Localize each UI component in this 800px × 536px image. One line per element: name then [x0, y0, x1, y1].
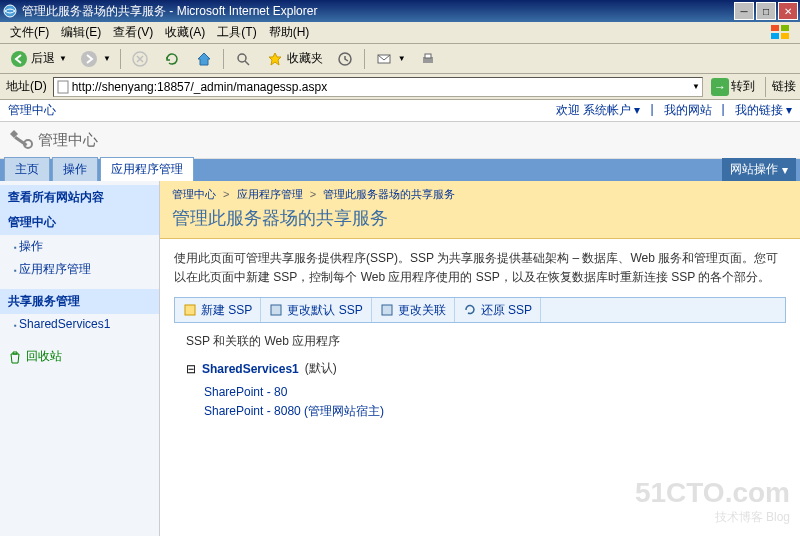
breadcrumb-link[interactable]: 管理中心 [172, 188, 216, 200]
nav-ssp1[interactable]: SharedServices1 [0, 314, 159, 334]
chevron-down-icon[interactable]: ▼ [692, 82, 700, 91]
forward-button[interactable]: ▼ [74, 46, 116, 72]
welcome-menu[interactable]: 欢迎 系统帐户 ▾ [556, 102, 641, 119]
refresh-button[interactable] [157, 46, 187, 72]
back-button[interactable]: 后退 ▼ [4, 46, 72, 72]
favorites-button[interactable]: 收藏夹 [260, 46, 328, 72]
ssp-name[interactable]: SharedServices1 [202, 362, 299, 376]
go-button[interactable]: → 转到 [707, 76, 759, 98]
svg-rect-16 [185, 305, 195, 315]
svg-point-8 [238, 54, 246, 62]
home-icon [194, 49, 214, 69]
go-arrow-icon: → [711, 78, 729, 96]
watermark: 51CTO.com 技术博客 Blog [635, 477, 790, 526]
nav-view-all[interactable]: 查看所有网站内容 [0, 185, 159, 210]
svg-rect-3 [771, 33, 779, 39]
home-button[interactable] [189, 46, 219, 72]
default-label: (默认) [305, 360, 337, 377]
svg-rect-2 [781, 25, 789, 31]
link-icon [380, 303, 394, 317]
tab-operations[interactable]: 操作 [52, 157, 98, 181]
recycle-icon [8, 350, 22, 364]
svg-point-5 [11, 51, 27, 67]
mysite-link[interactable]: 我的网站 [664, 102, 712, 119]
menu-help[interactable]: 帮助(H) [263, 22, 316, 43]
new-icon [183, 303, 197, 317]
breadcrumb: 管理中心 > 应用程序管理 > 管理此服务器场的共享服务 [172, 187, 788, 202]
chevron-down-icon: ▼ [398, 54, 406, 63]
nav-admin-center[interactable]: 管理中心 [0, 210, 159, 235]
stop-icon [130, 49, 150, 69]
nav-shared-services[interactable]: 共享服务管理 [0, 289, 159, 314]
mylinks-menu[interactable]: 我的链接 ▾ [735, 102, 792, 119]
svg-rect-1 [771, 25, 779, 31]
collapse-icon[interactable]: ⊟ [186, 362, 196, 376]
stop-button[interactable] [125, 46, 155, 72]
links-label[interactable]: 链接 [772, 78, 796, 95]
print-icon [418, 49, 438, 69]
svg-rect-18 [382, 305, 392, 315]
nav-operations[interactable]: 操作 [0, 235, 159, 258]
address-input[interactable] [70, 80, 690, 94]
tabs-bar: 主页 操作 应用程序管理 网站操作 ▾ [0, 159, 800, 181]
addressbar: 地址(D) ▼ → 转到 链接 [0, 74, 800, 100]
watermark-sub: 技术博客 Blog [635, 509, 790, 526]
address-input-wrap[interactable]: ▼ [53, 77, 703, 97]
watermark-logo: 51CTO.com [635, 477, 790, 509]
menu-tools[interactable]: 工具(T) [211, 22, 262, 43]
ssp-entry[interactable]: ⊟ SharedServices1 (默认) [174, 354, 786, 383]
mail-icon [374, 49, 394, 69]
menu-edit[interactable]: 编辑(E) [55, 22, 107, 43]
site-title: 管理中心 [38, 131, 98, 150]
window-titlebar: 管理此服务器场的共享服务 - Microsoft Internet Explor… [0, 0, 800, 22]
forward-icon [79, 49, 99, 69]
breadcrumb-current: 管理此服务器场的共享服务 [323, 188, 455, 200]
left-nav: 查看所有网站内容 管理中心 操作 应用程序管理 共享服务管理 SharedSer… [0, 181, 160, 536]
close-button[interactable]: ✕ [778, 2, 798, 20]
recycle-bin[interactable]: 回收站 [0, 342, 159, 371]
webapp-link[interactable]: SharePoint - 80 [174, 383, 786, 401]
edit-icon [269, 303, 283, 317]
nav-app-mgmt[interactable]: 应用程序管理 [0, 258, 159, 281]
action-change-default[interactable]: 更改默认 SSP [261, 298, 371, 322]
menu-view[interactable]: 查看(V) [107, 22, 159, 43]
star-icon [265, 49, 285, 69]
back-icon [9, 49, 29, 69]
action-change-assoc[interactable]: 更改关联 [372, 298, 455, 322]
mail-button[interactable]: ▼ [369, 46, 411, 72]
minimize-button[interactable]: ─ [734, 2, 754, 20]
history-button[interactable] [330, 46, 360, 72]
print-button[interactable] [413, 46, 443, 72]
topnav-home-link[interactable]: 管理中心 [8, 102, 556, 119]
action-new-ssp[interactable]: 新建 SSP [175, 298, 261, 322]
breadcrumb-link[interactable]: 应用程序管理 [237, 188, 303, 200]
action-restore-ssp[interactable]: 还原 SSP [455, 298, 541, 322]
sharepoint-header: 管理中心 [0, 122, 800, 159]
wrench-icon [8, 128, 32, 152]
section-subhead: SSP 和关联的 Web 应用程序 [174, 329, 786, 354]
go-label: 转到 [731, 78, 755, 95]
chevron-down-icon: ▼ [59, 54, 67, 63]
search-icon [233, 49, 253, 69]
page-icon [56, 80, 70, 94]
history-icon [335, 49, 355, 69]
tab-app-management[interactable]: 应用程序管理 [100, 157, 194, 181]
refresh-icon [162, 49, 182, 69]
favorites-label: 收藏夹 [287, 50, 323, 67]
separator [223, 49, 224, 69]
svg-rect-17 [271, 305, 281, 315]
tab-home[interactable]: 主页 [4, 157, 50, 181]
svg-point-6 [81, 51, 97, 67]
webapp-link[interactable]: SharePoint - 8080 (管理网站宿主) [174, 401, 786, 422]
toolbar: 后退 ▼ ▼ 收藏夹 ▼ [0, 44, 800, 74]
chevron-down-icon: ▼ [103, 54, 111, 63]
site-actions-menu[interactable]: 网站操作 ▾ [722, 158, 796, 181]
back-label: 后退 [31, 50, 55, 67]
restore-icon [463, 303, 477, 317]
page-content: 管理中心 欢迎 系统帐户 ▾ | 我的网站 | 我的链接 ▾ 管理中心 主页 操… [0, 100, 800, 536]
menu-favorites[interactable]: 收藏(A) [159, 22, 211, 43]
breadcrumb-bar: 管理中心 > 应用程序管理 > 管理此服务器场的共享服务 管理此服务器场的共享服… [160, 181, 800, 239]
search-button[interactable] [228, 46, 258, 72]
menu-file[interactable]: 文件(F) [4, 22, 55, 43]
maximize-button[interactable]: □ [756, 2, 776, 20]
